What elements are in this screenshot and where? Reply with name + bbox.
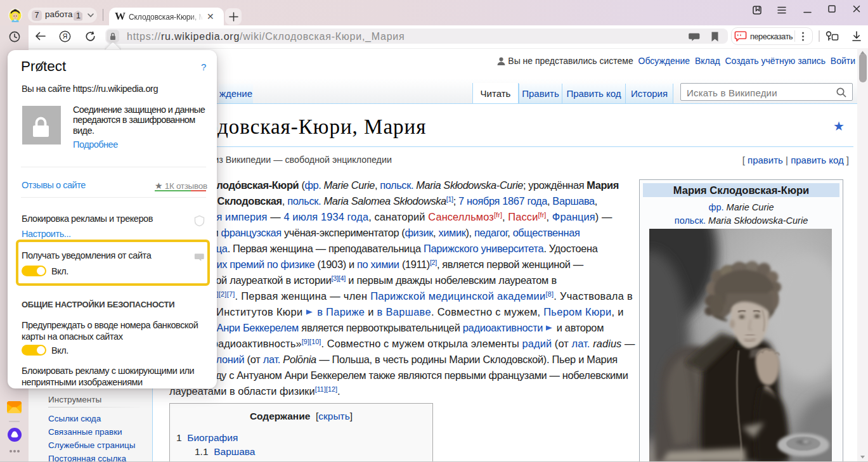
svg-text:Я: Я	[63, 32, 68, 40]
